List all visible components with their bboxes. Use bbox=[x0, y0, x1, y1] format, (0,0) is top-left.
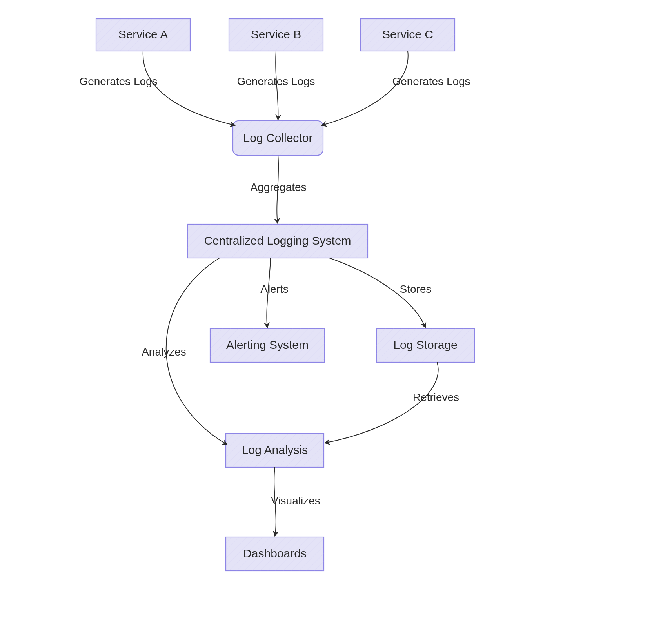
node-service-a: Service A bbox=[96, 19, 190, 51]
node-dashboards: Dashboards bbox=[226, 537, 324, 571]
node-log-analysis: Log Analysis bbox=[226, 434, 324, 467]
node-log-collector-label: Log Collector bbox=[243, 131, 313, 144]
edge-a-to-collector: Generates Logs bbox=[79, 51, 235, 125]
edge-central-to-storage-label: Stores bbox=[400, 283, 432, 295]
edge-b-to-collector: Generates Logs bbox=[237, 51, 315, 120]
node-centralized-logging: Centralized Logging System bbox=[187, 224, 368, 258]
edge-a-to-collector-label: Generates Logs bbox=[79, 75, 157, 87]
node-log-collector: Log Collector bbox=[233, 121, 323, 155]
edge-central-to-storage: Stores bbox=[329, 258, 431, 328]
edge-analysis-to-dashboards-label: Visualizes bbox=[271, 495, 320, 507]
node-service-b: Service B bbox=[229, 19, 323, 51]
edge-central-to-alerting: Alerts bbox=[260, 258, 289, 328]
edge-b-to-collector-label: Generates Logs bbox=[237, 75, 315, 87]
edge-c-to-collector-label: Generates Logs bbox=[392, 75, 470, 87]
edge-storage-to-analysis: Retrieves bbox=[325, 362, 459, 443]
edge-storage-to-analysis-label: Retrieves bbox=[413, 391, 459, 403]
edge-analysis-to-dashboards: Visualizes bbox=[271, 467, 320, 536]
node-alerting-system-label: Alerting System bbox=[226, 338, 309, 351]
node-log-storage: Log Storage bbox=[376, 328, 474, 362]
edge-central-to-alerting-label: Alerts bbox=[260, 283, 289, 295]
edge-central-to-analysis-label: Analyzes bbox=[142, 346, 186, 358]
node-dashboards-label: Dashboards bbox=[243, 547, 307, 560]
node-service-c: Service C bbox=[361, 19, 455, 51]
node-service-c-label: Service C bbox=[382, 28, 433, 41]
edge-collector-to-central-label: Aggregates bbox=[250, 181, 306, 193]
logging-architecture-diagram: Service A Service B Service C Log Collec… bbox=[0, 0, 672, 617]
node-log-storage-label: Log Storage bbox=[393, 338, 457, 351]
edge-c-to-collector: Generates Logs bbox=[321, 51, 470, 125]
edge-collector-to-central: Aggregates bbox=[250, 155, 306, 223]
node-centralized-logging-label: Centralized Logging System bbox=[204, 234, 351, 247]
node-alerting-system: Alerting System bbox=[210, 328, 325, 362]
node-log-analysis-label: Log Analysis bbox=[242, 443, 308, 456]
node-service-b-label: Service B bbox=[251, 28, 301, 41]
node-service-a-label: Service A bbox=[118, 28, 168, 41]
